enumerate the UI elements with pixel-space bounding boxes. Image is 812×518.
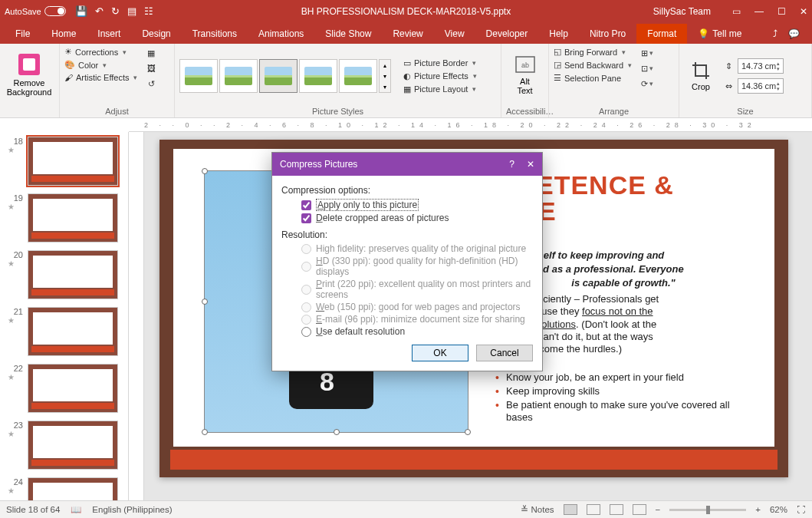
spellcheck-icon[interactable]: 📖 [71,504,81,515]
remove-background-button[interactable]: Remove Background [5,47,54,102]
slide-thumb[interactable]: 22★ [8,364,128,413]
ribbon: Remove Background ☀Corrections 🎨Color 🖌A… [0,44,812,118]
selpane-icon: ☰ [554,73,561,83]
delete-cropped-checkbox[interactable]: Delete cropped areas of pictures [301,213,533,223]
undo-icon[interactable]: ↶ [95,5,104,17]
sun-icon: ☀ [64,47,72,57]
tab-animations[interactable]: Animations [248,24,314,44]
cancel-button[interactable]: Cancel [476,345,533,361]
tab-nitro[interactable]: Nitro Pro [579,24,636,44]
tab-file[interactable]: File [5,24,41,44]
zoom-out-button[interactable]: − [656,505,661,514]
start-icon[interactable]: ▤ [127,5,136,17]
autosave-toggle[interactable]: AutoSave [5,6,66,16]
tab-review[interactable]: Review [382,24,433,44]
res-web-radio: Web (150 ppi): good for web pages and pr… [301,302,533,312]
horizontal-ruler: 2 · · 0 · · 2 · 4 · 6 · 8 · 10 · 12 · 14… [129,118,812,132]
style-thumb[interactable] [219,59,258,93]
group-icon[interactable]: ⊡ [641,62,653,74]
slide-thumb[interactable]: 24★ [8,477,128,503]
style-thumb[interactable] [339,59,377,93]
slide-thumb[interactable]: 18★ [8,137,128,186]
tab-developer[interactable]: Developer [475,24,539,44]
style-thumb[interactable] [259,59,298,93]
align-icon[interactable]: ⊞ [641,47,653,59]
zoom-in-button[interactable]: + [755,505,761,514]
redo-icon[interactable]: ↻ [111,5,120,17]
slide-counter[interactable]: Slide 18 of 64 [6,505,60,514]
style-thumb[interactable] [179,59,218,93]
fit-to-window-icon[interactable]: ⛶ [797,505,806,514]
bulb-icon: 💡 [698,28,709,39]
border-icon: ▭ [403,58,411,68]
res-default-radio[interactable]: Use default resolution [301,326,533,337]
tab-transitions[interactable]: Transitions [182,24,248,44]
apply-only-checkbox[interactable]: Apply only to this picture [301,199,533,211]
selection-pane-button[interactable]: ☰Selection Pane [554,73,632,83]
slide-thumb[interactable]: 20★ [8,250,128,299]
compress-icon[interactable]: ▦ [145,47,157,59]
tab-view[interactable]: View [434,24,475,44]
width-input[interactable]: 14.36 cm▴▾ [738,78,784,94]
help-icon[interactable]: ? [509,159,514,170]
reading-view-icon[interactable] [610,504,623,515]
styles-group-label: Picture Styles [179,105,496,116]
slideshow-view-icon[interactable] [633,504,646,515]
sorter-view-icon[interactable] [587,504,600,515]
status-bar: Slide 18 of 64 📖 English (Philippines) ≚… [0,500,812,518]
picture-layout-button[interactable]: ▦Picture Layout [403,84,477,94]
alt-text-button[interactable]: ab Alt Text [506,47,544,102]
tab-slideshow[interactable]: Slide Show [314,24,382,44]
tab-insert[interactable]: Insert [87,24,131,44]
comments-icon[interactable]: 💬 [788,28,800,39]
close-icon[interactable]: ✕ [800,6,807,17]
share-icon[interactable]: ⤴ [773,28,777,39]
slide-thumbnails-panel[interactable]: 18★ 19★ 20★ 21★ 22★ 23★ 24★ [0,132,129,503]
palette-icon: 🎨 [64,60,75,70]
language-indicator[interactable]: English (Philippines) [92,505,172,514]
ribbon-display-icon[interactable]: ▭ [732,6,741,17]
account-name[interactable]: SillySac Team [653,6,711,17]
slide-thumb[interactable]: 23★ [8,421,128,470]
ok-button[interactable]: OK [412,345,468,361]
maximize-icon[interactable]: ☐ [777,6,786,17]
effects-icon: ◐ [403,71,411,81]
animation-star-icon: ★ [8,146,23,154]
rotate-icon[interactable]: ⟳ [641,78,653,90]
notes-button[interactable]: ≚ Notes [521,504,554,515]
tab-design[interactable]: Design [131,24,181,44]
zoom-level[interactable]: 62% [770,505,787,514]
dialog-titlebar[interactable]: Compress Pictures ?✕ [272,153,542,176]
tell-me[interactable]: 💡 Tell me [690,24,749,44]
slide-thumb[interactable]: 21★ [8,307,128,356]
compression-options-label: Compression options: [281,185,533,196]
save-icon[interactable]: 💾 [75,5,87,17]
picture-styles-gallery[interactable]: ▴▾▾ [179,59,391,93]
dialog-close-icon[interactable]: ✕ [527,159,534,170]
reset-picture-icon[interactable]: ↺ [145,78,157,90]
height-input[interactable]: 14.73 cm▴▾ [738,58,784,74]
tab-format[interactable]: Format [636,24,687,44]
gallery-more-button[interactable]: ▴▾▾ [379,59,391,93]
corrections-button[interactable]: ☀Corrections [64,47,137,57]
picture-border-button[interactable]: ▭Picture Border [403,58,477,68]
tab-home[interactable]: Home [41,24,87,44]
color-button[interactable]: 🎨Color [64,60,137,70]
picture-effects-button[interactable]: ◐Picture Effects [403,71,477,81]
bullets-icon[interactable]: ☷ [144,5,153,17]
res-high-fidelity-radio: High fidelity: preserves quality of the … [301,243,533,254]
artistic-effects-button[interactable]: 🖌Artistic Effects [64,73,137,82]
height-icon: ⇕ [722,60,735,72]
zoom-slider[interactable] [669,509,746,511]
change-picture-icon[interactable]: 🖼 [145,62,157,74]
tab-help[interactable]: Help [538,24,579,44]
send-backward-button[interactable]: ◲Send Backward [554,60,632,70]
normal-view-icon[interactable] [564,504,577,515]
style-thumb[interactable] [299,59,337,93]
minimize-icon[interactable]: — [754,6,764,17]
remove-bg-label: Remove Background [7,78,52,97]
slide-footer-bar [170,450,777,470]
slide-thumb[interactable]: 19★ [8,193,128,243]
crop-button[interactable]: Crop [684,48,718,104]
bring-forward-button[interactable]: ◱Bring Forward [554,47,632,57]
